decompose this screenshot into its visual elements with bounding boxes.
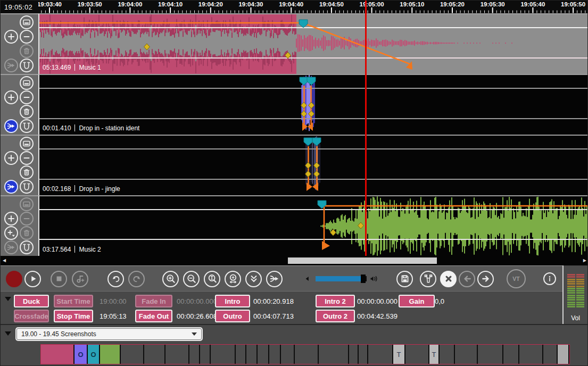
crossfade-button[interactable]: Crossfade: [14, 310, 49, 322]
gain-button[interactable]: Gain: [399, 295, 435, 307]
playlist-block[interactable]: [258, 345, 269, 364]
ucurve-track-button[interactable]: [20, 59, 34, 72]
playlist-block[interactable]: [405, 345, 429, 364]
save-button[interactable]: [396, 271, 413, 287]
collapse-track-button[interactable]: [20, 15, 34, 29]
playlist-block[interactable]: [359, 345, 368, 364]
plus-track-button[interactable]: [4, 212, 18, 226]
record-button[interactable]: [6, 271, 22, 287]
outro-2-button[interactable]: Outro 2: [316, 310, 355, 322]
plus-track-button[interactable]: [4, 151, 18, 165]
playlist-block-T[interactable]: T: [393, 345, 405, 364]
zoom-vertical-button[interactable]: [204, 271, 220, 287]
stop-button[interactable]: [51, 271, 67, 287]
playlist-block[interactable]: [295, 345, 319, 364]
minus-track-button[interactable]: [20, 30, 34, 44]
scroll-right-icon[interactable]: ▶: [583, 258, 586, 263]
mixdown-button[interactable]: [266, 271, 283, 287]
playlist-block[interactable]: [455, 345, 478, 364]
timeline-ruler[interactable]: 19:03:4019:03:5019:04:0019:04:1019:04:20…: [1, 1, 588, 13]
scrollbar-thumb[interactable]: [288, 257, 437, 264]
branch-track-button[interactable]: [4, 119, 18, 133]
play-button[interactable]: [24, 271, 41, 287]
playlist-block[interactable]: [144, 345, 165, 364]
undo-button[interactable]: [107, 271, 124, 287]
playlist-block[interactable]: [368, 345, 393, 364]
ucurve-track-button[interactable]: [20, 240, 34, 254]
horizontal-scrollbar[interactable]: ◀ ▶: [1, 256, 588, 265]
track-lane-music-2[interactable]: 03:17.564Music 2: [38, 195, 588, 256]
playlist-block[interactable]: [236, 345, 246, 364]
trash-track-button[interactable]: [20, 44, 34, 58]
outro-button[interactable]: Outro: [215, 310, 250, 322]
plusmenu-track-button[interactable]: [4, 226, 18, 240]
volume-slider-thumb[interactable]: [361, 274, 366, 283]
playlist-block[interactable]: [41, 345, 74, 364]
playlist-block-O[interactable]: O: [74, 345, 88, 364]
collapse-track-button[interactable]: [20, 76, 34, 90]
volume-slider[interactable]: [316, 276, 367, 281]
zoom-in-button[interactable]: [162, 271, 179, 287]
zoom-out-button[interactable]: [183, 271, 200, 287]
track-lane-drop-in-station-ident[interactable]: 00:01.410Drop in - station ident: [38, 74, 588, 135]
playlist-block[interactable]: [246, 345, 258, 364]
playlist-block[interactable]: [189, 345, 200, 364]
fade-in-button[interactable]: Fade In: [135, 295, 172, 307]
discard-button[interactable]: [420, 271, 436, 287]
fade-out-button[interactable]: Fade Out: [135, 310, 172, 322]
params-collapse-icon[interactable]: [5, 297, 11, 301]
scroll-left-icon[interactable]: ◀: [3, 258, 6, 263]
close-button[interactable]: [440, 271, 457, 287]
plus-track-button[interactable]: [4, 30, 18, 44]
stop-time-button[interactable]: Stop Time: [54, 310, 93, 322]
plus-track-button[interactable]: [4, 90, 18, 104]
playlist-block[interactable]: [269, 345, 281, 364]
trash-track-button[interactable]: [20, 165, 34, 179]
playlist-block[interactable]: [503, 345, 519, 364]
ucurve-track-button[interactable]: [20, 119, 34, 133]
collapse-track-button[interactable]: [20, 137, 34, 151]
playlist-block[interactable]: [558, 345, 569, 364]
add-note-button[interactable]: [72, 271, 88, 287]
playlist-select[interactable]: 19.00 - 19.45 Screenshots: [16, 328, 202, 340]
playlist-block[interactable]: [519, 345, 543, 364]
playlist-block[interactable]: [100, 345, 121, 364]
playlist-block-T[interactable]: T: [429, 345, 440, 364]
playlist-block[interactable]: [200, 345, 211, 364]
intro-button[interactable]: Intro: [215, 295, 250, 307]
playlist-block[interactable]: [440, 345, 455, 364]
playlist-block[interactable]: [281, 345, 295, 364]
go-previous-button[interactable]: [459, 271, 475, 287]
duck-button[interactable]: Duck: [14, 295, 49, 307]
collapse-all-button[interactable]: [245, 271, 262, 287]
branch-track-button[interactable]: [4, 180, 18, 194]
start-time-button[interactable]: Start Time: [54, 295, 93, 307]
info-button[interactable]: [543, 272, 556, 285]
minus-track-button[interactable]: [20, 212, 34, 226]
playlist-block[interactable]: [211, 345, 236, 364]
minus-track-button[interactable]: [20, 151, 34, 165]
track-lane-drop-in-jingle[interactable]: 00:02.168Drop in - jingle: [38, 135, 588, 195]
intro-2-button[interactable]: Intro 2: [316, 295, 355, 307]
playlist-collapse-icon[interactable]: [5, 331, 11, 336]
branch-track-button[interactable]: [4, 59, 18, 72]
playlist-block[interactable]: [165, 345, 189, 364]
ucurve-track-button[interactable]: [20, 180, 34, 194]
trash-track-button[interactable]: [20, 105, 34, 119]
track-lane-music-1[interactable]: 05:13.469Music 1: [38, 13, 588, 74]
playlist-block[interactable]: [349, 345, 359, 364]
playlist-block[interactable]: [543, 345, 558, 364]
playlist-block[interactable]: [478, 345, 503, 364]
voice-track-button[interactable]: VT: [507, 269, 526, 288]
zoom-selection-button[interactable]: [225, 271, 241, 287]
playlist-block-O[interactable]: O: [88, 345, 100, 364]
playlist-block[interactable]: [121, 345, 144, 364]
branch-track-button[interactable]: [4, 240, 18, 254]
minus-track-button[interactable]: [20, 90, 34, 104]
redo-button[interactable]: [128, 271, 145, 287]
trash-track-button[interactable]: [20, 226, 34, 240]
playhead-line[interactable]: [365, 1, 367, 256]
playlist-block[interactable]: [319, 345, 349, 364]
go-next-button[interactable]: [477, 271, 494, 287]
collapse-track-button[interactable]: [20, 197, 34, 211]
